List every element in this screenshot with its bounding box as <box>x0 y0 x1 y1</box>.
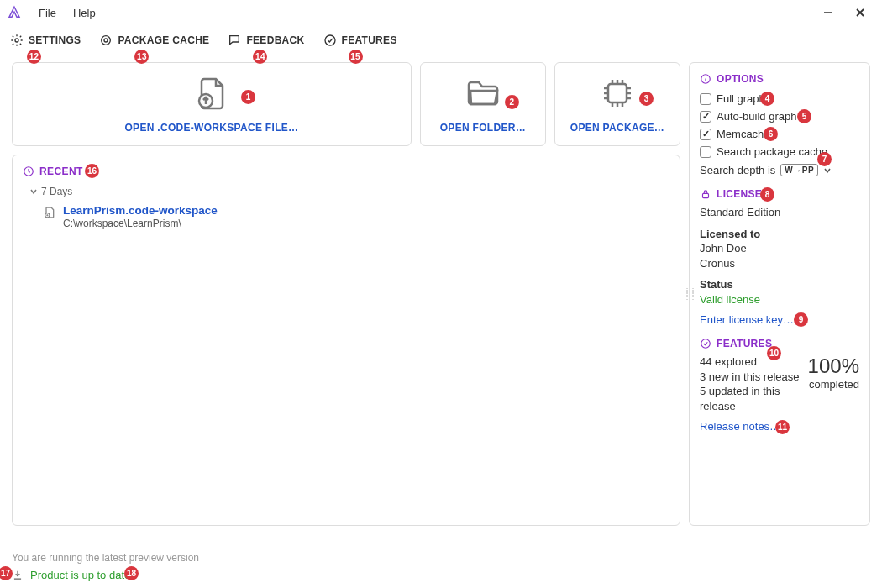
recent-group[interactable]: 7 Days <box>29 186 669 197</box>
recent-item-path: C:\workspace\LearnPrism\ <box>63 218 218 229</box>
features-percent: 100% <box>808 354 859 378</box>
svg-point-13 <box>701 339 711 349</box>
options-title: OPTIONS <box>717 73 764 85</box>
badge-18: 18 <box>124 566 139 580</box>
gear-icon <box>10 34 24 47</box>
search-depth-row[interactable]: Search depth is W→PP 7 <box>700 164 859 176</box>
info-icon <box>700 73 711 85</box>
chevron-down-icon <box>823 166 832 175</box>
open-workspace-card[interactable]: OPEN .CODE-WORKSPACE FILE… 1 <box>12 62 412 146</box>
license-licensed-to-label: Licensed to <box>700 227 859 242</box>
badge-4: 4 <box>760 92 774 106</box>
checkbox-memcache[interactable] <box>700 129 711 140</box>
open-workspace-label: OPEN .CODE-WORKSPACE FILE… <box>124 122 298 134</box>
open-folder-label: OPEN FOLDER… <box>440 122 526 134</box>
license-status-value: Valid license <box>700 292 859 307</box>
badge-8: 8 <box>760 187 774 202</box>
features-updated: 5 updated in this release <box>700 384 801 413</box>
recent-header: RECENT 16 <box>23 165 669 177</box>
svg-rect-8 <box>608 84 627 102</box>
recent-title: RECENT <box>39 165 83 177</box>
badge-9: 9 <box>794 312 808 327</box>
license-header: LICENSE 8 <box>700 188 859 200</box>
recent-panel: RECENT 16 7 Days LearnPrism.code-workspa… <box>12 155 680 526</box>
toolbar: SETTINGS 12 PACKAGE CACHE 13 FEEDBACK 14… <box>0 25 882 55</box>
resize-handle-icon[interactable]: ⋮⋮⋮⋮⋮⋮ <box>684 289 696 299</box>
release-notes-label: Release notes… <box>700 420 780 433</box>
option-memcache-label: Memcache <box>717 128 770 140</box>
features-stats: 44 explored 3 new in this release 5 upda… <box>700 354 801 413</box>
left-column: OPEN .CODE-WORKSPACE FILE… 1 OPEN FOLDER… <box>12 62 680 526</box>
checkbox-auto-build[interactable] <box>700 111 711 123</box>
recent-item[interactable]: LearnPrism.code-workspace C:\workspace\L… <box>43 202 669 231</box>
option-full-graph[interactable]: Full graph 4 <box>700 92 859 105</box>
license-name: John Doe <box>700 241 859 256</box>
features-completed: completed <box>808 378 859 391</box>
toolbar-package-cache[interactable]: PACKAGE CACHE 13 <box>99 34 209 47</box>
option-search-pkg-cache[interactable]: Search package cache <box>700 145 859 158</box>
checkbox-search-pkg-cache[interactable] <box>700 146 711 158</box>
features-header: FEATURES 10 <box>700 338 859 349</box>
options-header: OPTIONS <box>700 73 859 85</box>
open-package-card[interactable]: OPEN PACKAGE… 3 <box>554 62 680 146</box>
license-status-label: Status <box>700 277 859 292</box>
chip-icon <box>599 75 636 112</box>
svg-point-4 <box>102 36 111 45</box>
toolbar-feedback-label: FEEDBACK <box>246 34 304 46</box>
license-edition: Standard Edition <box>700 205 859 220</box>
search-depth-value: W→PP <box>780 164 818 176</box>
toolbar-features[interactable]: FEATURES 15 <box>323 34 397 47</box>
release-notes-link[interactable]: Release notes… 11 <box>700 420 859 433</box>
open-folder-card[interactable]: OPEN FOLDER… 2 <box>420 62 546 146</box>
svg-rect-12 <box>703 193 709 197</box>
recent-item-name: LearnPrism.code-workspace <box>63 204 218 217</box>
svg-point-5 <box>104 39 108 42</box>
close-button[interactable] <box>852 4 869 21</box>
checkbox-full-graph[interactable] <box>700 93 711 105</box>
side-panel: ⋮⋮⋮⋮⋮⋮ OPTIONS Full graph 4 Auto-build g… <box>689 62 870 526</box>
toolbar-settings-label: SETTINGS <box>29 34 81 46</box>
minimize-button[interactable] <box>820 4 837 21</box>
badge-5: 5 <box>797 109 811 123</box>
footer-status-text: Product is up to date <box>30 569 130 581</box>
cards-row: OPEN .CODE-WORKSPACE FILE… 1 OPEN FOLDER… <box>12 62 680 146</box>
package-icon <box>99 34 113 47</box>
option-full-graph-label: Full graph <box>717 92 765 105</box>
badge-7: 7 <box>817 152 832 166</box>
features-new: 3 new in this release <box>700 370 801 385</box>
lock-icon <box>700 188 711 200</box>
toolbar-settings[interactable]: SETTINGS 12 <box>10 34 81 47</box>
recent-item-text: LearnPrism.code-workspace C:\workspace\L… <box>63 204 218 229</box>
badge-17: 17 <box>0 566 13 580</box>
license-company: Cronus <box>700 256 859 271</box>
menu-file[interactable]: File <box>30 3 65 23</box>
option-auto-build[interactable]: Auto-build graph 5 <box>700 110 859 123</box>
check-circle-icon <box>323 34 337 47</box>
badge-16: 16 <box>85 164 99 178</box>
menu-help[interactable]: Help <box>65 3 104 23</box>
svg-point-3 <box>15 39 18 42</box>
main-area: OPEN .CODE-WORKSPACE FILE… 1 OPEN FOLDER… <box>0 55 882 526</box>
file-upload-icon <box>193 75 230 112</box>
features-percent-block: 100% completed <box>808 354 859 391</box>
badge-6: 6 <box>764 127 778 141</box>
badge-11: 11 <box>775 420 790 434</box>
option-memcache[interactable]: Memcache 6 <box>700 128 859 140</box>
workspace-file-icon <box>43 206 56 219</box>
chevron-down-icon <box>29 187 38 196</box>
toolbar-feedback[interactable]: FEEDBACK 14 <box>228 34 304 47</box>
enter-license-key-label: Enter license key… <box>700 313 794 326</box>
window-controls <box>820 4 875 21</box>
open-package-label: OPEN PACKAGE… <box>570 122 664 134</box>
clock-icon <box>23 165 34 177</box>
badge-3: 3 <box>639 92 654 106</box>
search-depth-prefix: Search depth is <box>700 164 775 176</box>
option-auto-build-label: Auto-build graph <box>717 110 796 123</box>
option-search-pkg-cache-label: Search package cache <box>717 145 827 158</box>
update-icon <box>12 570 24 581</box>
feedback-icon <box>228 34 241 47</box>
check-circle-icon <box>700 338 711 349</box>
badge-15: 15 <box>349 50 363 64</box>
enter-license-key-link[interactable]: Enter license key… 9 <box>700 313 859 326</box>
badge-12: 12 <box>27 50 41 64</box>
